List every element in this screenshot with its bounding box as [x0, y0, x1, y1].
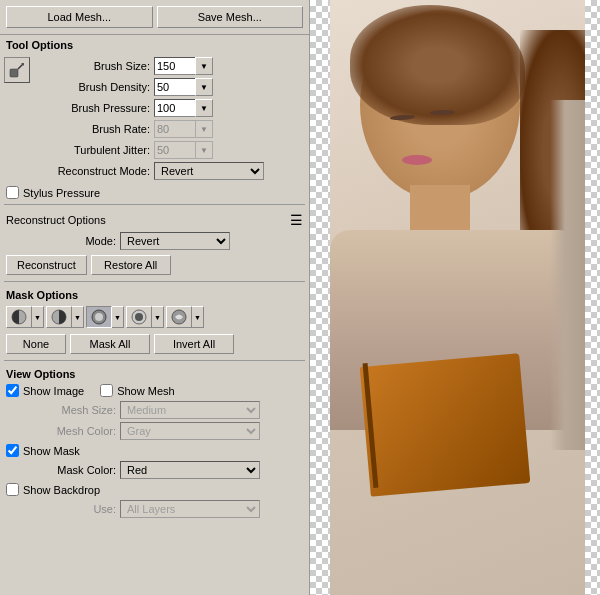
show-mask-checkbox[interactable] [6, 444, 19, 457]
mask-icon-5[interactable] [166, 306, 192, 328]
stylus-pressure-checkbox[interactable] [6, 186, 19, 199]
show-mesh-checkbox[interactable] [100, 384, 113, 397]
mesh-color-label: Mesh Color: [6, 425, 116, 437]
use-label: Use: [6, 503, 116, 515]
reconstruct-mode-label: Reconstruct Mode: [40, 165, 150, 177]
svg-line-1 [18, 64, 23, 69]
brush-size-label: Brush Size: [40, 60, 150, 72]
stylus-pressure-label: Stylus Pressure [23, 187, 100, 199]
brush-rate-input-group: 80 ▼ [154, 120, 213, 138]
turbulent-jitter-label: Turbulent Jitter: [40, 144, 150, 156]
transparent-left [310, 0, 330, 595]
show-backdrop-row: Show Backdrop [0, 481, 309, 498]
mask-icon-group-1: ▼ [6, 306, 44, 328]
brush-pressure-dropdown[interactable]: ▼ [195, 99, 213, 117]
mask-icon-group-2: ▼ [46, 306, 84, 328]
mesh-size-select: Medium [120, 401, 260, 419]
show-mask-row: Show Mask [0, 442, 309, 459]
brush-density-input[interactable]: 50 [154, 78, 196, 96]
show-image-mesh-row: Show Image Show Mesh [0, 382, 309, 399]
divider-3 [4, 360, 305, 361]
brush-rate-input: 80 [154, 120, 196, 138]
mask-color-row: Mask Color: Red Green Blue White [0, 460, 309, 480]
mask-action-buttons: None Mask All Invert All [0, 331, 309, 357]
mask-all-button[interactable]: Mask All [70, 334, 150, 354]
brush-density-dropdown[interactable]: ▼ [195, 78, 213, 96]
brush-rate-dropdown: ▼ [195, 120, 213, 138]
reconstruct-options-icon: ☰ [290, 212, 303, 228]
reconstruct-mode-select-2[interactable]: Revert Rigid Stiff [120, 232, 230, 250]
transparent-right [585, 0, 600, 595]
mesh-size-label: Mesh Size: [6, 404, 116, 416]
mask-icon-2[interactable] [46, 306, 72, 328]
turbulent-jitter-row: Turbulent Jitter: 50 ▼ [34, 140, 309, 160]
show-mesh-label: Show Mesh [117, 385, 174, 397]
brush-size-dropdown[interactable]: ▼ [195, 57, 213, 75]
reconstruct-options-section: Reconstruct Options ☰ Mode: Revert Rigid… [0, 208, 309, 278]
divider-2 [4, 281, 305, 282]
turbulent-jitter-input: 50 [154, 141, 196, 159]
show-backdrop-label: Show Backdrop [23, 484, 100, 496]
photo-container [310, 0, 600, 595]
brush-size-input[interactable]: 150 [154, 57, 196, 75]
restore-all-button[interactable]: Restore All [91, 255, 171, 275]
tool-options-section: Tool Options Brush Size: 150 ▼ [0, 35, 309, 201]
mask-icon-group-4: ▼ [126, 306, 164, 328]
mask-icon-5-dropdown[interactable]: ▼ [192, 306, 204, 328]
use-select: All Layers Background [120, 500, 260, 518]
divider-1 [4, 204, 305, 205]
brush-density-input-group: 50 ▼ [154, 78, 213, 96]
tool-icon[interactable] [4, 57, 30, 83]
book [360, 353, 531, 496]
reconstruct-mode-select[interactable]: Revert Rigid Stiff Smooth Loose [154, 162, 264, 180]
reconstruct-options-label: Reconstruct Options [6, 214, 106, 226]
lips [402, 155, 432, 165]
svg-point-8 [135, 313, 143, 321]
mask-icon-1-dropdown[interactable]: ▼ [32, 306, 44, 328]
none-button[interactable]: None [6, 334, 66, 354]
brush-rate-label: Brush Rate: [40, 123, 150, 135]
main-canvas-area [310, 0, 600, 595]
svg-point-6 [95, 313, 103, 321]
brush-density-row: Brush Density: 50 ▼ [34, 77, 309, 97]
show-image-col: Show Image [6, 384, 84, 397]
mesh-color-select: Gray [120, 422, 260, 440]
mask-icon-3-dropdown[interactable]: ▼ [112, 306, 124, 328]
mesh-size-row: Mesh Size: Medium [0, 400, 309, 420]
tool-options-header: Tool Options [0, 35, 309, 53]
mask-icon-3[interactable] [86, 306, 112, 328]
liquify-panel: Load Mesh... Save Mesh... Tool Options B… [0, 0, 310, 595]
show-image-checkbox[interactable] [6, 384, 19, 397]
mask-color-select[interactable]: Red Green Blue White [120, 461, 260, 479]
reconstruct-buttons: Reconstruct Restore All [0, 252, 309, 278]
mask-icon-4-dropdown[interactable]: ▼ [152, 306, 164, 328]
load-mesh-button[interactable]: Load Mesh... [6, 6, 153, 28]
turbulent-jitter-input-group: 50 ▼ [154, 141, 213, 159]
mask-options-header: Mask Options [0, 285, 309, 303]
tool-form-fields: Brush Size: 150 ▼ Brush Density: 50 ▼ [34, 55, 309, 182]
brush-pressure-label: Brush Pressure: [40, 102, 150, 114]
reconstruct-mode-label-2: Mode: [6, 235, 116, 247]
use-row: Use: All Layers Background [0, 499, 309, 519]
show-mask-label: Show Mask [23, 445, 80, 457]
mask-icon-4[interactable] [126, 306, 152, 328]
mask-icon-5-svg [170, 308, 188, 326]
mask-icons-row: ▼ ▼ ▼ [0, 303, 309, 331]
mask-icon-1[interactable] [6, 306, 32, 328]
reconstruct-mode-row-2: Mode: Revert Rigid Stiff [0, 231, 309, 251]
invert-all-button[interactable]: Invert All [154, 334, 234, 354]
reconstruct-button[interactable]: Reconstruct [6, 255, 87, 275]
brush-size-row: Brush Size: 150 ▼ [34, 56, 309, 76]
mask-color-label: Mask Color: [6, 464, 116, 476]
mask-icon-1-svg [10, 308, 28, 326]
mask-icon-group-3: ▼ [86, 306, 124, 328]
top-button-bar: Load Mesh... Save Mesh... [0, 0, 309, 35]
view-options-section: View Options Show Image Show Mesh Mesh S… [0, 364, 309, 520]
brush-pressure-input[interactable]: 100 [154, 99, 196, 117]
save-mesh-button[interactable]: Save Mesh... [157, 6, 304, 28]
show-backdrop-checkbox[interactable] [6, 483, 19, 496]
brush-size-input-group: 150 ▼ [154, 57, 213, 75]
turbulent-jitter-dropdown: ▼ [195, 141, 213, 159]
mask-icon-3-svg [90, 308, 108, 326]
mask-icon-2-dropdown[interactable]: ▼ [72, 306, 84, 328]
